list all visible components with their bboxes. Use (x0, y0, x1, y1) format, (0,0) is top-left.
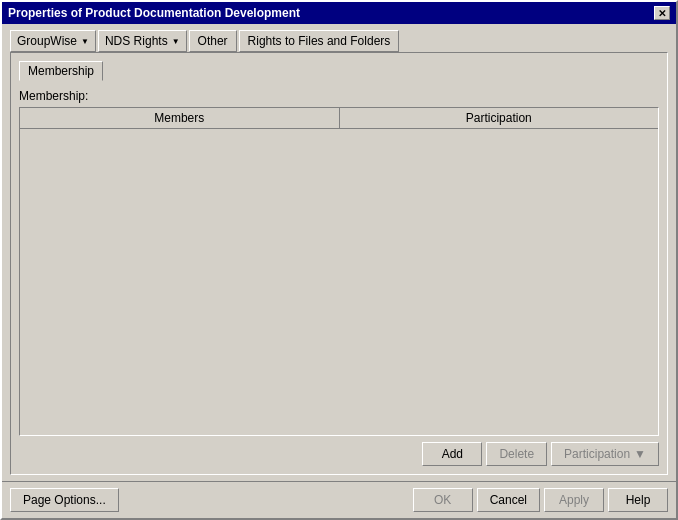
add-button[interactable]: Add (422, 442, 482, 466)
delete-button[interactable]: Delete (486, 442, 547, 466)
footer-right-buttons: OK Cancel Apply Help (413, 488, 668, 512)
tab-bar: GroupWise ▼ NDS Rights ▼ Other Rights to… (10, 30, 668, 52)
participation-button[interactable]: Participation ▼ (551, 442, 659, 466)
title-bar: Properties of Product Documentation Deve… (2, 2, 676, 24)
close-button[interactable]: ✕ (654, 6, 670, 20)
nds-rights-dropdown-arrow: ▼ (172, 37, 180, 46)
tab-groupwise[interactable]: GroupWise ▼ (10, 30, 96, 52)
tab-rights-files-folders[interactable]: Rights to Files and Folders (239, 30, 400, 52)
main-window: Properties of Product Documentation Deve… (0, 0, 678, 520)
main-panel: Membership Membership: Members Participa… (10, 52, 668, 475)
tab-other[interactable]: Other (189, 30, 237, 52)
window-title: Properties of Product Documentation Deve… (8, 6, 300, 20)
tab-nds-rights[interactable]: NDS Rights ▼ (98, 30, 187, 52)
ok-button[interactable]: OK (413, 488, 473, 512)
table-action-buttons: Add Delete Participation ▼ (19, 442, 659, 466)
sub-tab-bar: Membership (19, 61, 659, 81)
membership-table: Members Participation (19, 107, 659, 436)
column-members: Members (20, 108, 340, 128)
help-button[interactable]: Help (608, 488, 668, 512)
membership-label: Membership: (19, 89, 659, 103)
table-body (20, 129, 658, 435)
column-participation: Participation (340, 108, 659, 128)
cancel-button[interactable]: Cancel (477, 488, 540, 512)
participation-dropdown-arrow: ▼ (634, 447, 646, 461)
groupwise-dropdown-arrow: ▼ (81, 37, 89, 46)
footer: Page Options... OK Cancel Apply Help (2, 481, 676, 518)
apply-button[interactable]: Apply (544, 488, 604, 512)
page-options-button[interactable]: Page Options... (10, 488, 119, 512)
window-content: GroupWise ▼ NDS Rights ▼ Other Rights to… (2, 24, 676, 481)
table-header: Members Participation (20, 108, 658, 129)
sub-tab-membership[interactable]: Membership (19, 61, 103, 81)
